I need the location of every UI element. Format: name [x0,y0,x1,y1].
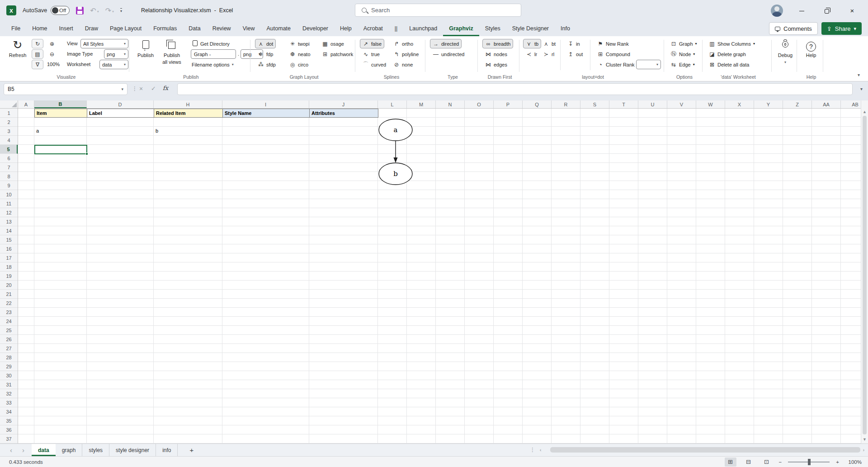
auto-refresh-toggle[interactable]: ↻ [32,39,43,48]
ribbon-tab[interactable]: Info [555,21,576,36]
enter-icon[interactable]: ✓ [151,85,156,92]
column-header[interactable]: AA [812,100,841,108]
row-header[interactable]: 5 [0,145,18,154]
row-header[interactable]: 17 [0,253,18,262]
row-header[interactable]: 33 [0,398,18,407]
cell-D1[interactable]: Label [87,109,154,118]
style-painter-button[interactable]: ▤ [32,49,43,59]
cluster-rank-button[interactable]: ◔Cluster Rank [594,60,637,69]
cell-B1[interactable]: Item [34,109,87,118]
ribbon-tab[interactable]: Insert [53,21,79,36]
layout-twopi-button[interactable]: ✳twopi [287,39,312,48]
column-header[interactable]: B [34,100,87,108]
comments-button[interactable]: Comments [769,22,818,35]
zoom-in-control[interactable]: + [836,459,839,465]
row-header[interactable]: 11 [0,199,18,208]
layout-osage-button[interactable]: ▦osage [319,39,347,48]
ribbon-tab[interactable]: Style Designer [506,21,555,36]
column-header[interactable]: I [222,100,309,108]
layout-patchwork-button[interactable]: ⊞patchwork [319,49,356,59]
row-header[interactable]: 6 [0,154,18,163]
rankdir-rl-button[interactable]: ≻rl [540,49,557,59]
prev-sheet-icon[interactable]: ‹ [10,446,12,454]
undo-button[interactable]: ↶▾ [90,6,99,15]
splines-ortho-button[interactable]: ↱ortho [391,39,416,48]
column-header[interactable]: M [407,100,436,108]
ribbon-tab[interactable]: Home [26,21,53,36]
filename-input[interactable]: Graph - [191,49,236,59]
row-header[interactable]: 7 [0,163,18,172]
vertical-scroll-thumb[interactable] [863,116,867,434]
vertical-scrollbar[interactable]: ▲ ▼ [861,100,868,443]
ribbon-tab[interactable]: Graphviz [443,21,479,36]
ribbon-tab[interactable]: Data [183,21,206,36]
edge-options-button[interactable]: ⇆Edge▾ [668,60,698,69]
help-button[interactable]: ? Help [799,38,823,58]
column-header[interactable]: P [494,100,523,108]
sheet-tab-graph[interactable]: graph [56,444,83,456]
ribbon-tab[interactable]: Help [334,21,358,36]
normal-view-icon[interactable]: ⊞ [725,457,736,467]
sheet-cells[interactable]: Item Label Related Item Style Name Attri… [18,109,861,443]
show-columns-button[interactable]: ▥Show Columns▾ [706,39,758,48]
cell-B3[interactable]: a [34,127,87,136]
excel-logo-icon[interactable]: x [6,5,16,15]
row-header[interactable]: 13 [0,217,18,226]
refresh-button[interactable]: ↻ Refresh [5,38,30,58]
formula-input[interactable] [177,83,853,95]
row-header[interactable]: 4 [0,136,18,145]
graph-preview-image[interactable]: a b [362,119,429,186]
ribbon-tab[interactable]: View [237,21,261,36]
scroll-up-icon[interactable]: ▲ [861,110,868,114]
collapse-ribbon-icon[interactable]: ▾ [858,72,860,77]
row-header[interactable]: 20 [0,281,18,290]
splines-curved-button[interactable]: ⌒curved [360,60,389,69]
insert-function-icon[interactable]: fx [163,85,168,91]
debug-button[interactable]: Debug ▾ [773,38,797,65]
new-rank-button[interactable]: ⚑New Rank [594,39,632,48]
close-button[interactable]: × [845,7,859,14]
column-header[interactable]: Z [783,100,812,108]
page-break-view-icon[interactable]: ⊡ [761,457,773,467]
layout-circo-button[interactable]: ◎circo [287,60,311,69]
ribbon-tab[interactable]: Draw [79,21,104,36]
sheet-tab-styles[interactable]: styles [82,444,109,456]
row-header[interactable]: 32 [0,389,18,398]
row-header[interactable]: 35 [0,416,18,425]
cell-I1[interactable]: Style Name [222,109,310,118]
user-avatar[interactable] [771,5,783,17]
layout-sfdp-button[interactable]: ⁂sfdp [255,60,278,69]
splines-true-button[interactable]: ∿true [360,49,382,59]
ribbon-tab[interactable]: Formulas [147,21,183,36]
share-button[interactable]: ⇪ Share ▾ [821,22,862,35]
scroll-left-icon[interactable]: ‹ [540,448,541,453]
row-header[interactable]: 23 [0,308,18,317]
column-header[interactable]: Y [754,100,783,108]
column-header[interactable]: W [696,100,725,108]
name-box[interactable]: B5 ▾ [4,83,127,95]
ribbon-tab[interactable]: Acrobat [358,21,389,36]
splines-polyline-button[interactable]: ↰polyline [391,49,421,59]
drawn-first-nodes-button[interactable]: ⋈nodes [482,49,510,59]
row-header[interactable]: 24 [0,317,18,326]
node-options-button[interactable]: ⓃNode▾ [668,49,698,59]
cancel-icon[interactable]: × [139,85,143,92]
column-header[interactable]: H [154,100,222,108]
column-header[interactable]: U [638,100,667,108]
chevron-down-icon[interactable]: ▾ [97,10,99,15]
redo-button[interactable]: ↷▾ [105,6,114,15]
column-header[interactable]: L [378,100,407,108]
ribbon-tab[interactable]: || [389,21,404,36]
row-header[interactable]: 15 [0,235,18,244]
row-header[interactable]: 16 [0,244,18,253]
ribbon-tab[interactable]: Launchpad [403,21,443,36]
delete-graph-button[interactable]: ◪Delete graph [706,49,749,59]
row-header[interactable]: 2 [0,118,18,127]
minimize-button[interactable] [795,7,808,14]
row-header[interactable]: 25 [0,326,18,335]
splines-false-button[interactable]: ↗false [360,39,384,48]
cell-J1[interactable]: Attributes [309,109,378,118]
select-all-corner[interactable] [0,100,18,109]
layout-fdp-button[interactable]: ❄fdp [255,49,276,59]
edge-in-button[interactable]: ↧in [565,39,583,48]
